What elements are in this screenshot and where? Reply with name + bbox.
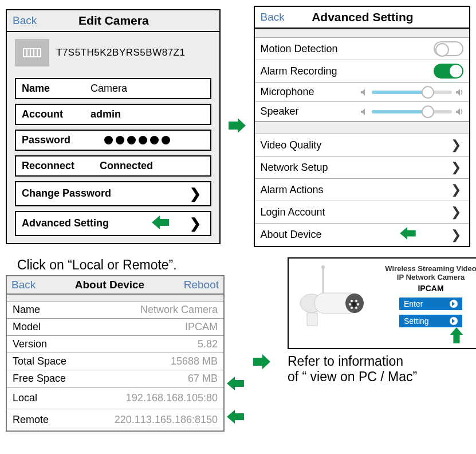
reboot-button[interactable]: Reboot xyxy=(184,279,219,291)
setting-button[interactable]: Setting xyxy=(399,315,462,327)
svg-point-27 xyxy=(352,302,356,307)
svg-point-25 xyxy=(351,307,353,309)
svg-rect-4 xyxy=(34,49,37,56)
account-field[interactable]: Account admin xyxy=(15,104,211,125)
svg-point-24 xyxy=(357,303,359,306)
microphone-slider[interactable] xyxy=(372,91,452,94)
titlebar: Back Advanced Setting xyxy=(255,7,469,29)
page-title: Edit Camera xyxy=(37,14,190,28)
alarm-actions-row[interactable]: Alarm Actions ❯ xyxy=(255,179,469,201)
web-interface-panel: Wireless Streaming Video IP Network Came… xyxy=(288,257,476,349)
setting-label: Setting xyxy=(404,316,429,326)
back-button[interactable]: Back xyxy=(13,14,37,27)
chevron-right-icon: ❯ xyxy=(190,216,201,232)
web-model: IPCAM xyxy=(380,284,476,293)
hint-arrow-icon xyxy=(399,227,416,242)
account-value: admin xyxy=(91,108,204,120)
about-local-row[interactable]: Local 192.168.168.105:80 xyxy=(7,388,223,409)
volume-high-icon xyxy=(455,88,463,96)
web-title-2: IP Network Camera xyxy=(380,273,476,281)
password-field[interactable]: Password xyxy=(15,130,211,151)
about-device-label: About Device xyxy=(261,229,399,241)
about-local-value: 192.168.168.105:80 xyxy=(126,392,218,404)
arrow-circle-icon xyxy=(450,317,458,325)
page-title: Advanced Setting xyxy=(285,10,440,24)
reconnect-field[interactable]: Reconnect Connected xyxy=(15,155,211,177)
about-free-space-label: Free Space xyxy=(13,373,66,385)
svg-marker-13 xyxy=(227,377,244,390)
about-version-value: 5.82 xyxy=(198,338,218,350)
alarm-recording-toggle[interactable] xyxy=(434,64,463,79)
name-label: Name xyxy=(22,83,91,95)
speaker-slider[interactable] xyxy=(372,110,452,114)
svg-marker-9 xyxy=(456,89,460,96)
svg-rect-2 xyxy=(27,49,30,56)
about-free-space-row: Free Space 67 MB xyxy=(7,370,223,388)
advanced-setting-row[interactable]: Advanced Setting ❯ xyxy=(15,211,211,236)
about-model-label: Model xyxy=(13,321,41,333)
hint-arrow-icon xyxy=(227,410,244,426)
motion-detection-label: Motion Detection xyxy=(261,43,434,55)
divider xyxy=(255,122,469,134)
password-dots xyxy=(104,136,170,144)
about-name-value: Network Camera xyxy=(140,304,218,316)
divider xyxy=(7,295,223,302)
svg-marker-29 xyxy=(450,327,463,343)
arrow-circle-icon xyxy=(450,300,458,308)
password-label: Password xyxy=(22,134,91,146)
about-remote-row[interactable]: Remote 220.113.165.186:8150 xyxy=(7,409,223,430)
svg-marker-8 xyxy=(361,89,365,96)
video-quality-row[interactable]: Video Quality ❯ xyxy=(255,134,469,156)
about-device-row[interactable]: About Device ❯ xyxy=(255,224,469,246)
svg-marker-7 xyxy=(229,118,246,133)
web-title-1: Wireless Streaming Video xyxy=(380,264,476,273)
volume-low-icon xyxy=(360,108,368,116)
hint-arrow-icon xyxy=(432,327,476,346)
reconnect-label: Reconnect xyxy=(22,160,91,172)
edit-camera-panel: Back Edit Camera T7S5TH5K2BYRS5BW87Z1 Na… xyxy=(6,9,221,244)
about-device-panel: Back About Device Reboot Name Network Ca… xyxy=(6,275,225,432)
motion-detection-toggle[interactable] xyxy=(434,41,463,56)
chevron-right-icon: ❯ xyxy=(451,160,461,175)
back-button[interactable]: Back xyxy=(261,11,285,24)
svg-marker-12 xyxy=(400,227,416,240)
change-password-label: Change Password xyxy=(22,187,111,199)
svg-rect-1 xyxy=(24,49,26,56)
chevron-right-icon: ❯ xyxy=(451,182,461,197)
account-label: Account xyxy=(22,108,91,120)
chevron-right-icon: ❯ xyxy=(190,186,201,202)
flow-arrow-icon xyxy=(250,353,274,370)
change-password-row[interactable]: Change Password ❯ xyxy=(15,181,211,206)
divider xyxy=(255,29,469,38)
flow-arrow-icon xyxy=(225,117,249,136)
advanced-setting-label: Advanced Setting xyxy=(22,217,109,229)
motion-detection-row[interactable]: Motion Detection xyxy=(255,38,469,60)
chevron-right-icon: ❯ xyxy=(451,228,461,242)
pc-text-1: Refer to information xyxy=(288,354,476,369)
titlebar: Back About Device Reboot xyxy=(7,276,223,295)
microphone-label: Microphone xyxy=(261,86,360,98)
speaker-row: Speaker xyxy=(255,102,469,122)
back-button[interactable]: Back xyxy=(11,279,36,291)
alarm-recording-label: Alarm Recording xyxy=(261,65,434,77)
about-name-row: Name Network Camera xyxy=(7,302,223,319)
titlebar: Back Edit Camera xyxy=(7,10,219,32)
about-local-label: Local xyxy=(13,392,37,404)
chevron-right-icon: ❯ xyxy=(451,138,461,152)
svg-point-26 xyxy=(355,307,357,309)
camera-id-row: T7S5TH5K2BYRS5BW87Z1 xyxy=(7,32,219,73)
about-model-value: IPCAM xyxy=(185,321,218,333)
network-setup-row[interactable]: Network Setup ❯ xyxy=(255,156,469,179)
svg-marker-15 xyxy=(253,354,270,369)
camera-image xyxy=(294,264,375,333)
enter-button[interactable]: Enter xyxy=(399,298,462,310)
about-name-label: Name xyxy=(13,304,40,316)
svg-marker-14 xyxy=(227,410,244,424)
svg-marker-10 xyxy=(361,108,365,115)
alarm-recording-row[interactable]: Alarm Recording xyxy=(255,60,469,83)
login-account-row[interactable]: Login Account ❯ xyxy=(255,201,469,224)
name-field[interactable]: Name Camera xyxy=(15,78,211,99)
svg-point-17 xyxy=(321,265,325,269)
page-title: About Device xyxy=(36,279,183,291)
network-setup-label: Network Setup xyxy=(261,162,451,174)
